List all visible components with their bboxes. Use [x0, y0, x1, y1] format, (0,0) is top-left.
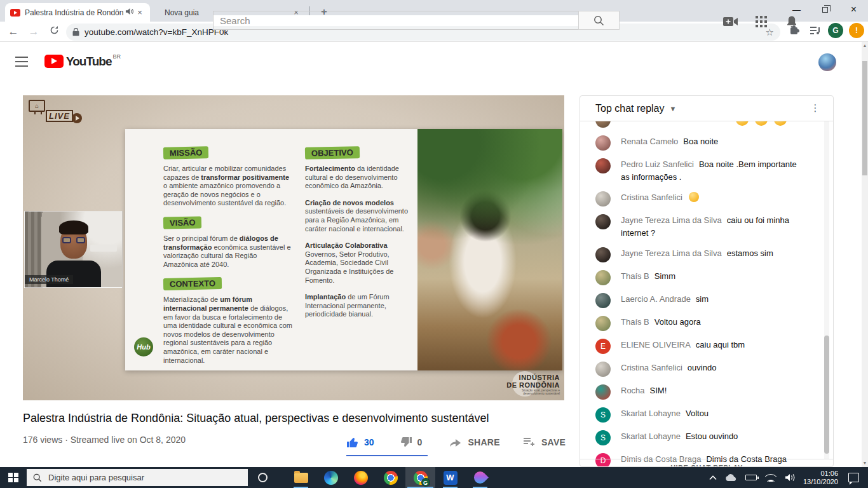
chrome-icon [384, 471, 398, 485]
chat-author[interactable]: Rocha [621, 386, 645, 395]
file-explorer-button[interactable] [286, 467, 316, 488]
clapping-hands-emoji [774, 121, 787, 126]
youtube-play-icon [44, 55, 64, 68]
slide-paragraph: Articulação Colaborativa Governos, Setor… [305, 241, 414, 285]
chat-author[interactable]: Pedro Luiz Sanfelici [621, 159, 694, 169]
chat-author[interactable]: Renata Camelo [621, 137, 678, 146]
chat-text: sim [696, 294, 709, 304]
wifi-icon[interactable] [765, 473, 776, 482]
share-button[interactable]: SHARE [449, 437, 500, 448]
chat-avatar[interactable] [595, 316, 611, 331]
firefox-button[interactable] [346, 467, 376, 488]
hide-chat-button[interactable]: HIDE CHAT REPLAY [580, 459, 833, 467]
bookmark-star-icon[interactable]: ☆ [766, 27, 774, 38]
chat-avatar[interactable] [595, 158, 611, 173]
chrome-button[interactable] [376, 467, 405, 488]
onedrive-cloud-icon[interactable] [725, 474, 737, 482]
edge-button[interactable] [316, 467, 346, 488]
chat-avatar[interactable]: E [595, 339, 611, 354]
paint-drop-app-button[interactable] [465, 467, 495, 488]
chat-author[interactable]: Cristina Sanfelici [621, 193, 682, 202]
chat-author[interactable]: Laercio A. Andrade [621, 294, 691, 304]
reload-button[interactable] [46, 24, 62, 40]
video-stats: 176 views · Streamed live on Oct 8, 2020 [23, 435, 186, 445]
page-scrollbar[interactable]: ▲ ▼ [862, 42, 868, 467]
tab-close-icon[interactable]: × [135, 8, 145, 18]
chat-author[interactable]: Jayne Tereza Lima da Silva [621, 248, 722, 258]
search-button[interactable] [578, 11, 620, 30]
word-button[interactable]: W [435, 467, 465, 488]
screen: Palestra Indústria de Rondôn × Nova guia… [0, 0, 868, 488]
update-warning-badge[interactable]: ! [849, 23, 864, 38]
browser-profile-avatar[interactable]: G [828, 23, 843, 38]
like-button[interactable]: 30 [346, 436, 374, 449]
chat-avatar[interactable] [595, 270, 611, 285]
forward-button[interactable]: → [25, 24, 42, 40]
search-icon [593, 15, 604, 26]
scroll-up-arrow[interactable]: ▲ [862, 42, 868, 50]
cortana-button[interactable] [248, 467, 277, 488]
chat-avatar[interactable] [595, 384, 611, 400]
start-button[interactable] [0, 467, 27, 488]
edge-icon [324, 471, 338, 485]
chat-avatar[interactable] [595, 135, 611, 151]
taskbar-clock[interactable]: 01:06 13/10/2020 [803, 470, 838, 486]
chat-avatar[interactable]: S [595, 430, 611, 445]
chat-avatar[interactable] [595, 247, 611, 262]
restore-icon [822, 7, 828, 13]
chat-author[interactable]: Thaís B [621, 271, 649, 281]
tab-youtube[interactable]: Palestra Indústria de Rondôn × [5, 3, 150, 22]
menu-icon[interactable] [15, 57, 28, 67]
chat-scrollbar[interactable] [824, 121, 829, 459]
tray-expand-chevron-icon[interactable] [709, 475, 717, 480]
media-playlist-icon[interactable] [807, 23, 822, 38]
chat-avatar[interactable]: S [595, 407, 611, 423]
youtube-logo[interactable]: YouTube BR [44, 55, 121, 69]
lock-icon [72, 28, 79, 36]
chat-menu-kebab-icon[interactable]: ⋮ [809, 102, 822, 114]
chat-author[interactable]: Skarlat Lohayne [621, 409, 681, 418]
save-button[interactable]: SAVE [523, 437, 566, 447]
chat-avatar[interactable] [595, 362, 611, 377]
search-box[interactable] [213, 11, 579, 30]
action-center-icon[interactable] [848, 473, 859, 482]
chat-author[interactable]: Jayne Tereza Lima da Silva [621, 215, 722, 225]
page-scrollbar-thumb[interactable] [862, 61, 867, 175]
scroll-down-arrow[interactable]: ▼ [862, 459, 868, 467]
chat-scrollbar-thumb[interactable] [824, 336, 829, 454]
dislike-button[interactable]: 0 [400, 436, 423, 449]
chat-avatar[interactable] [595, 121, 611, 128]
chat-mode-selector[interactable]: Top chat replay [595, 103, 665, 114]
back-button[interactable]: ← [5, 24, 22, 40]
chat-avatar[interactable] [595, 293, 611, 308]
battery-icon[interactable] [745, 475, 757, 480]
chat-message: Renata CameloBoa noite [580, 132, 833, 154]
speaker-glasses [62, 237, 85, 243]
chat-avatar[interactable] [595, 214, 611, 229]
chat-author[interactable]: ELIENE OLIVEIRA [621, 340, 691, 349]
clock-time: 01:06 [820, 470, 838, 477]
save-label: SAVE [541, 437, 566, 447]
chat-author[interactable]: Thaís B [621, 317, 649, 327]
chat-avatar[interactable] [595, 191, 611, 207]
taskbar-search-box[interactable]: Digite aqui para pesquisar [27, 469, 248, 486]
thumbs-down-icon [400, 436, 412, 449]
chat-author[interactable]: Cristina Sanfelici [621, 363, 682, 372]
chat-author[interactable]: Skarlat Lohayne [621, 431, 681, 441]
video-player[interactable]: ⌂ LIVE MISSÃOCriar, articular e mobiliza… [23, 95, 564, 400]
tab-audio-icon[interactable] [125, 8, 133, 17]
chevron-down-icon[interactable]: ▼ [670, 105, 677, 112]
share-arrow-icon [449, 437, 462, 448]
air-conditioner [90, 245, 117, 252]
close-button[interactable]: × [839, 0, 868, 19]
user-avatar[interactable] [818, 53, 836, 71]
apps-grid-icon[interactable] [754, 16, 769, 27]
create-video-icon[interactable] [723, 16, 738, 27]
volume-icon[interactable] [785, 473, 795, 482]
restore-button[interactable] [811, 0, 839, 19]
windows-logo-icon [8, 473, 18, 483]
search-input[interactable] [214, 15, 578, 26]
notifications-bell-icon[interactable] [784, 16, 799, 27]
chrome-profile-button[interactable]: G [405, 467, 435, 488]
chat-message: Laercio A. Andradesim [580, 289, 833, 312]
